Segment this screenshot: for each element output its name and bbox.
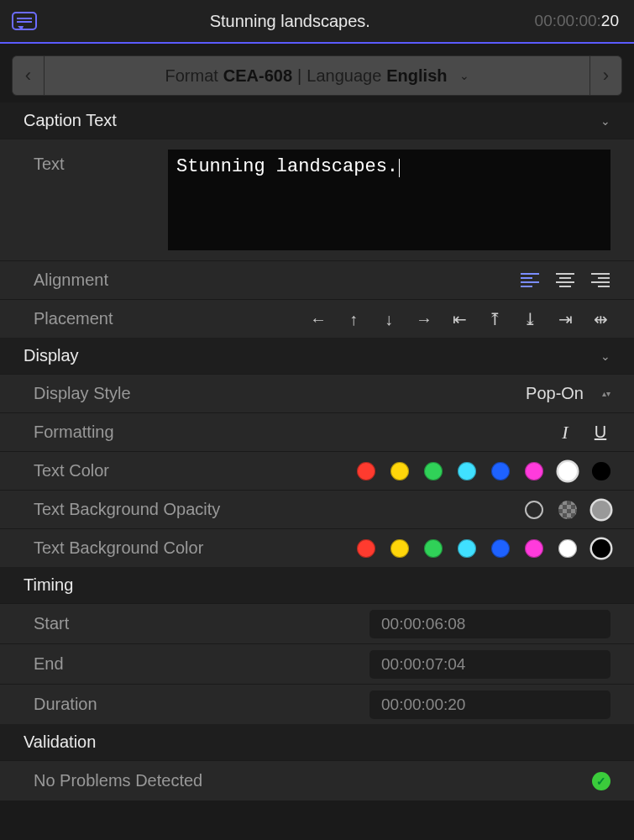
start-row: Start 00:00:06:08 [0,603,634,643]
display-style-label: Display Style [34,384,227,403]
arrow-bar-right-icon: ⇥ [558,311,573,328]
formatting-row: Formatting I U [0,412,634,451]
chevron-down-icon: ⌄ [600,349,610,363]
caption-text-section-header[interactable]: Caption Text ⌄ [0,102,634,139]
validation-section-header[interactable]: Validation [0,724,634,760]
caption-text-input[interactable]: Stunning landscapes. [168,150,610,250]
arrow-down-icon: ↓ [385,311,393,328]
text-color-green[interactable] [424,462,443,480]
arrow-bar-up-icon: ⤒ [488,311,502,328]
start-input[interactable]: 00:00:06:08 [369,610,610,638]
italic-icon: I [562,422,568,444]
placement-up-button[interactable]: ↑ [343,309,364,329]
timing-section-header[interactable]: Timing [0,567,634,603]
timecode-frames: 20 [601,12,619,29]
align-right-button[interactable] [590,270,610,291]
bg-color-black[interactable] [592,539,610,558]
arrow-bar-down-icon: ⤓ [523,311,537,328]
bg-color-cyan[interactable] [458,539,476,558]
bg-color-magenta[interactable] [525,539,543,558]
duration-readout: 00:00:00:20 [535,12,619,30]
text-color-cyan[interactable] [458,462,476,480]
timing-title: Timing [24,575,73,595]
prev-caption-button[interactable]: ‹ [13,56,45,95]
text-bg-opacity-row: Text Background Opacity [0,490,634,528]
text-color-blue[interactable] [491,462,510,480]
duration-input[interactable]: 00:00:00:20 [369,690,610,719]
text-bg-color-row: Text Background Color [0,528,634,567]
text-color-red[interactable] [357,462,375,480]
placement-top-button[interactable]: ⤒ [485,309,505,329]
duration-label: Duration [34,695,369,714]
underline-button[interactable]: U [590,423,610,443]
arrow-up-icon: ↑ [349,311,358,328]
display-style-stepper[interactable]: ▴▾ [602,390,610,397]
placement-bottom-button[interactable]: ⤓ [520,309,540,329]
check-ok-icon [592,772,610,790]
align-center-button[interactable] [555,270,575,291]
validation-status-row: No Problems Detected [0,760,634,801]
text-label: Text [34,150,168,174]
text-color-black[interactable] [592,462,610,480]
caption-title: Stunning landscapes. [45,12,535,31]
bg-color-white[interactable] [558,539,577,558]
display-style-value[interactable]: Pop-On [526,384,584,403]
format-language-bar: ‹ Format CEA-608 | Language English ⌄ › [12,55,622,96]
bg-opacity-semi[interactable] [558,501,577,519]
format-value: CEA-608 [223,66,292,86]
placement-down-button[interactable]: ↓ [379,309,399,329]
center-icon: ⇹ [594,311,608,328]
end-row: End 00:00:07:04 [0,643,634,684]
display-title: Display [24,346,79,365]
language-value: English [386,66,447,86]
placement-far-left-button[interactable]: ⇤ [449,309,469,329]
chevron-down-icon: ⌄ [600,114,610,128]
timecode-prefix: 00:00:00: [535,12,601,29]
end-input[interactable]: 00:00:07:04 [369,650,610,679]
placement-far-right-button[interactable]: ⇥ [555,309,575,329]
text-color-white[interactable] [558,462,577,480]
end-label: End [34,654,369,674]
bg-color-green[interactable] [424,539,443,558]
bg-color-yellow[interactable] [390,539,409,558]
caption-text-title: Caption Text [24,111,117,130]
validation-title: Validation [24,732,96,752]
text-color-magenta[interactable] [525,462,543,480]
italic-button[interactable]: I [555,423,575,443]
underline-icon: U [595,423,606,442]
bg-color-red[interactable] [357,539,375,558]
arrow-left-icon: ← [310,311,327,328]
bg-opacity-solid[interactable] [592,501,610,519]
text-color-row: Text Color [0,451,634,490]
caption-icon [12,12,37,30]
placement-label: Placement [34,309,227,328]
bg-opacity-transparent[interactable] [525,501,543,519]
display-section-header[interactable]: Display ⌄ [0,338,634,374]
text-bg-opacity-label: Text Background Opacity [34,500,227,519]
duration-row: Duration 00:00:00:20 [0,684,634,724]
next-caption-button[interactable]: › [589,56,621,95]
align-left-button[interactable] [520,270,540,291]
formatting-label: Formatting [34,423,227,442]
alignment-label: Alignment [34,270,227,290]
start-label: Start [34,614,369,633]
arrow-bar-left-icon: ⇤ [453,311,467,328]
alignment-row: Alignment [0,260,634,299]
validation-status: No Problems Detected [34,771,202,790]
format-language-selector[interactable]: Format CEA-608 | Language English ⌄ [45,56,589,95]
caption-text-value: Stunning landscapes. [176,156,398,177]
placement-center-button[interactable]: ⇹ [590,309,610,329]
placement-row: Placement ← ↑ ↓ → ⇤ ⤒ ⤓ ⇥ ⇹ [0,299,634,338]
text-bg-color-label: Text Background Color [34,538,227,558]
text-color-yellow[interactable] [390,462,409,480]
text-row: Text Stunning landscapes. [0,139,634,260]
inspector-header: Stunning landscapes. 00:00:00:20 [0,0,634,44]
display-style-row: Display Style Pop-On ▴▾ [0,374,634,412]
placement-right-button[interactable]: → [414,309,434,329]
language-label: Language [307,66,381,86]
format-label: Format [165,66,217,86]
text-color-label: Text Color [34,461,227,480]
placement-left-button[interactable]: ← [308,309,328,329]
arrow-right-icon: → [416,311,432,328]
bg-color-blue[interactable] [491,539,510,558]
